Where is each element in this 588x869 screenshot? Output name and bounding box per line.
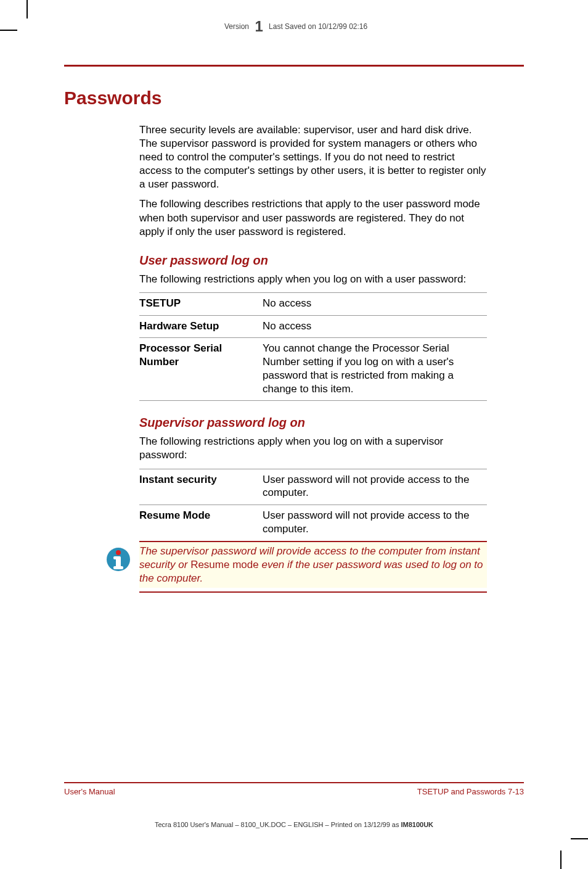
user-password-intro: The following restrictions apply when yo…	[139, 273, 487, 286]
footer-left: User's Manual	[64, 787, 115, 796]
desc: User password will not provide access to…	[263, 469, 487, 505]
note-roman: Resume mode	[190, 559, 259, 570]
last-saved: Last Saved on 10/12/99 02:16	[269, 22, 367, 31]
term-tsetup: TSETUP	[139, 292, 263, 315]
svg-point-1	[116, 550, 121, 555]
supervisor-password-heading: Supervisor password log on	[139, 416, 487, 430]
desc: You cannot change the Processor Serial N…	[263, 338, 487, 401]
svg-rect-3	[113, 566, 123, 569]
crop-mark	[560, 850, 561, 869]
table-row: Resume Mode User password will not provi…	[139, 505, 487, 542]
table-row: Processor Serial Number You cannot chang…	[139, 338, 487, 401]
note-block: The supervisor password will provide acc…	[139, 542, 487, 593]
intro-paragraph-2: The following describes restrictions tha…	[139, 197, 487, 238]
page-title: Passwords	[64, 88, 487, 109]
page: Version 1 Last Saved on 10/12/99 02:16 P…	[27, 10, 561, 839]
version-label: Version	[224, 22, 249, 31]
term-processor-serial: Processor Serial Number	[139, 338, 263, 401]
footer-right: TSETUP and Passwords 7-13	[417, 787, 524, 796]
supervisor-password-intro: The following restrictions apply when yo…	[139, 435, 487, 462]
desc: No access	[263, 292, 487, 315]
crop-mark	[571, 838, 588, 839]
term-hardware-setup: Hardware Setup	[139, 315, 263, 338]
table-row: TSETUP No access	[139, 292, 487, 315]
note-text: The supervisor password will provide acc…	[139, 542, 487, 588]
crop-mark	[0, 30, 17, 31]
supervisor-password-table: Instant security User password will not …	[139, 469, 487, 542]
info-icon	[105, 542, 139, 575]
desc: User password will not provide access to…	[263, 505, 487, 542]
footer: User's Manual TSETUP and Passwords 7-13	[64, 782, 524, 796]
term-instant-security: Instant security	[139, 469, 263, 505]
term-resume-mode: Resume Mode	[139, 505, 263, 542]
desc: No access	[263, 315, 487, 338]
print-prefix: Tecra 8100 User's Manual – 8100_UK.DOC –…	[155, 821, 401, 828]
table-row: Hardware Setup No access	[139, 315, 487, 338]
print-line: Tecra 8100 User's Manual – 8100_UK.DOC –…	[27, 821, 561, 828]
user-password-table: TSETUP No access Hardware Setup No acces…	[139, 292, 487, 402]
version-number: 1	[251, 18, 266, 35]
table-row: Instant security User password will not …	[139, 469, 487, 505]
svg-rect-4	[113, 556, 120, 559]
print-code: IM8100UK	[401, 821, 433, 828]
header-rule	[64, 65, 524, 67]
user-password-heading: User password log on	[139, 253, 487, 268]
header-meta: Version 1 Last Saved on 10/12/99 02:16	[64, 18, 524, 35]
content: Passwords Three security levels are avai…	[64, 88, 524, 593]
intro-paragraph-1: Three security levels are available: sup…	[139, 123, 487, 191]
